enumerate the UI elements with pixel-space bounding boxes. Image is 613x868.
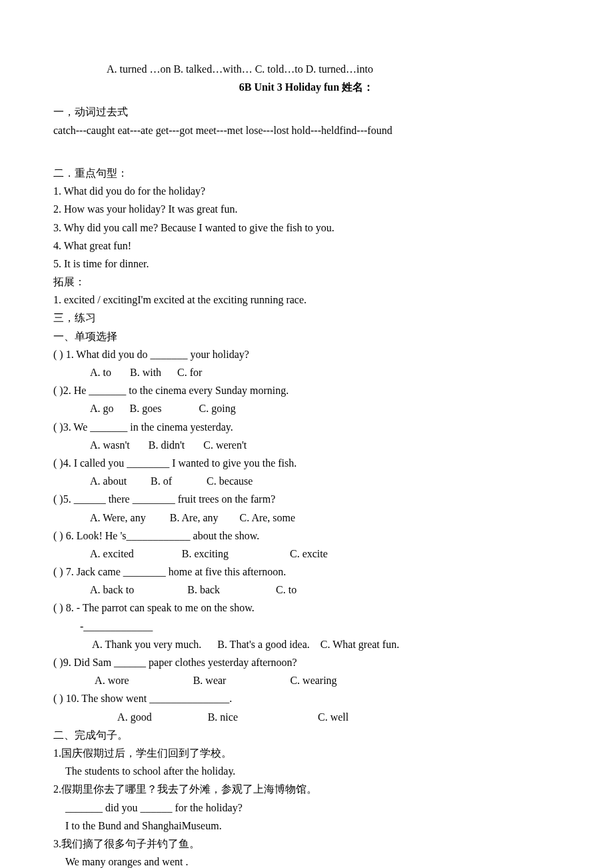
- mc5-opts: A. Were, any B. Are, any C. Are, some: [53, 509, 560, 527]
- mc9-opts: A. wore B. wear C. wearing: [53, 671, 560, 689]
- comp2-en1: _______ did you ______ for the holiday?: [53, 799, 560, 817]
- section3a-label: 一、单项选择: [53, 327, 560, 345]
- section1-line: catch---caught eat---ate get---got meet-…: [53, 121, 560, 139]
- mc1-opts: A. to B. with C. for: [53, 363, 560, 381]
- extend-line: 1. excited / excitingI'm excited at the …: [53, 291, 560, 309]
- mc2-opts: A. go B. goes C. going: [53, 399, 560, 417]
- mc6-q: ( ) 6. Look! He 's____________ about the…: [53, 527, 560, 545]
- mc3-opts: A. wasn't B. didn't C. weren't: [53, 436, 560, 454]
- extend-label: 拓展：: [53, 273, 560, 291]
- section2-label: 二．重点句型：: [53, 164, 560, 182]
- mc8-dash: -_____________: [53, 617, 560, 635]
- mc8-q: ( ) 8. - The parrot can speak to me on t…: [53, 599, 560, 617]
- page-title: 6B Unit 3 Holiday fun 姓名：: [53, 78, 560, 96]
- sec2-line1: 1. What did you do for the holiday?: [53, 182, 560, 200]
- mc5-q: ( )5. ______ there ________ fruit trees …: [53, 490, 560, 508]
- section1-label: 一，动词过去式: [53, 103, 560, 121]
- mc7-opts: A. back to B. back C. to: [53, 581, 560, 599]
- section3b-label: 二、完成句子。: [53, 726, 560, 744]
- comp3-en: We many oranges and went .: [53, 853, 560, 868]
- comp3-zh: 3.我们摘了很多句子并钓了鱼。: [53, 835, 560, 853]
- mc10-q: ( ) 10. The show went _______________.: [53, 689, 560, 707]
- mc6-opts: A. excited B. exciting C. excite: [53, 545, 560, 563]
- comp1-zh: 1.国庆假期过后，学生们回到了学校。: [53, 744, 560, 762]
- mc1-q: ( ) 1. What did you do _______ your holi…: [53, 345, 560, 363]
- section3-label: 三，练习: [53, 309, 560, 327]
- mc3-q: ( )3. We _______ in the cinema yesterday…: [53, 418, 560, 436]
- mc4-q: ( )4. I called you ________ I wanted to …: [53, 454, 560, 472]
- sec2-line2: 2. How was your holiday? It was great fu…: [53, 200, 560, 218]
- top-options: A. turned …on B. talked…with… C. told…to…: [53, 60, 560, 78]
- sec2-line5: 5. It is time for dinner.: [53, 255, 560, 273]
- mc10-opts: A. good B. nice C. well: [53, 708, 560, 726]
- sec2-line4: 4. What great fun!: [53, 237, 560, 255]
- comp2-en2: I to the Bund and ShanghaiMuseum.: [53, 817, 560, 835]
- sec2-line3: 3. Why did you call me? Because I wanted…: [53, 219, 560, 237]
- comp2-zh: 2.假期里你去了哪里？我去了外滩，参观了上海博物馆。: [53, 780, 560, 798]
- mc2-q: ( )2. He _______ to the cinema every Sun…: [53, 381, 560, 399]
- comp1-en: The students to school after the holiday…: [53, 762, 560, 780]
- mc9-q: ( )9. Did Sam ______ paper clothes yeste…: [53, 653, 560, 671]
- mc8-opts: A. Thank you very much. B. That's a good…: [53, 635, 560, 653]
- mc7-q: ( ) 7. Jack came ________ home at five t…: [53, 563, 560, 581]
- mc4-opts: A. about B. of C. because: [53, 472, 560, 490]
